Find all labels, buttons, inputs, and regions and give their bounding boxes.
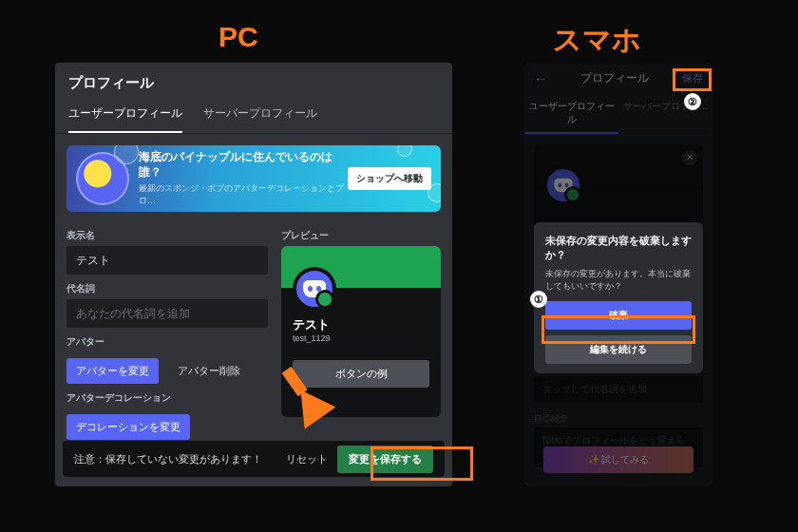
preview-avatar (293, 267, 336, 311)
pc-settings-panel: プロフィール ユーザープロフィール サーバープロフィール 海底のパイナップルに住… (55, 63, 452, 486)
bubble-decoration (397, 145, 412, 157)
promo-banner: 海底のパイナップルに住んでいるのは誰？ 最新のスポンジ・ボブのアバターデコレーシ… (66, 145, 441, 212)
preview-display-name: テスト (293, 316, 429, 333)
continue-editing-button[interactable]: 編集を続ける (545, 335, 692, 364)
change-decoration-button[interactable]: デコレーションを変更 (66, 414, 190, 440)
modal-title: 未保存の変更内容を破棄しますか？ (545, 234, 692, 262)
pronouns-input[interactable] (66, 299, 268, 328)
heading-smartphone: スマホ (553, 21, 641, 60)
save-changes-button[interactable]: 変更を保存する (337, 446, 433, 473)
reset-button[interactable]: リセット (276, 446, 337, 472)
display-name-input[interactable] (66, 246, 268, 275)
heading-pc: PC (218, 21, 258, 53)
decoration-label: アバターデコレーション (66, 391, 268, 405)
profile-tabs: ユーザープロフィール サーバープロフィール (55, 100, 452, 134)
discard-button[interactable]: 破棄 (545, 301, 692, 330)
promo-title: 海底のパイナップルに住んでいるのは誰？ (139, 150, 348, 180)
promo-subtitle: 最新のスポンジ・ボブのアバターデコレーションとプロ… (139, 182, 348, 207)
annotation-badge-1: ① (530, 291, 547, 308)
pronouns-label: 代名詞 (66, 282, 268, 295)
display-name-label: 表示名 (66, 229, 268, 242)
preview-label: プレビュー (281, 229, 441, 242)
change-avatar-button[interactable]: アバターを変更 (66, 358, 159, 384)
unsaved-message: 注意：保存していない変更があります！ (74, 452, 276, 466)
modal-body: 未保存の変更があります。本当に破棄してもいいですか？ (545, 268, 692, 292)
page-title: プロフィール (55, 63, 452, 100)
discard-changes-modal: 未保存の変更内容を破棄しますか？ 未保存の変更があります。本当に破棄してもいいで… (534, 222, 703, 373)
tab-server-profile[interactable]: サーバープロフィール (203, 100, 317, 133)
unsaved-changes-bar: 注意：保存していない変更があります！ リセット 変更を保存する (63, 441, 445, 477)
bubble-decoration (114, 145, 139, 164)
shop-button[interactable]: ショップへ移動 (348, 167, 431, 190)
bubble-decoration (428, 183, 441, 202)
remove-avatar-button[interactable]: アバター削除 (170, 358, 248, 384)
preview-username: test_1129 (293, 333, 429, 343)
annotation-badge-2: ② (684, 93, 701, 110)
tab-user-profile[interactable]: ユーザープロフィール (68, 100, 182, 133)
discord-logo-icon (303, 280, 326, 297)
avatar-label: アバター (66, 335, 268, 349)
